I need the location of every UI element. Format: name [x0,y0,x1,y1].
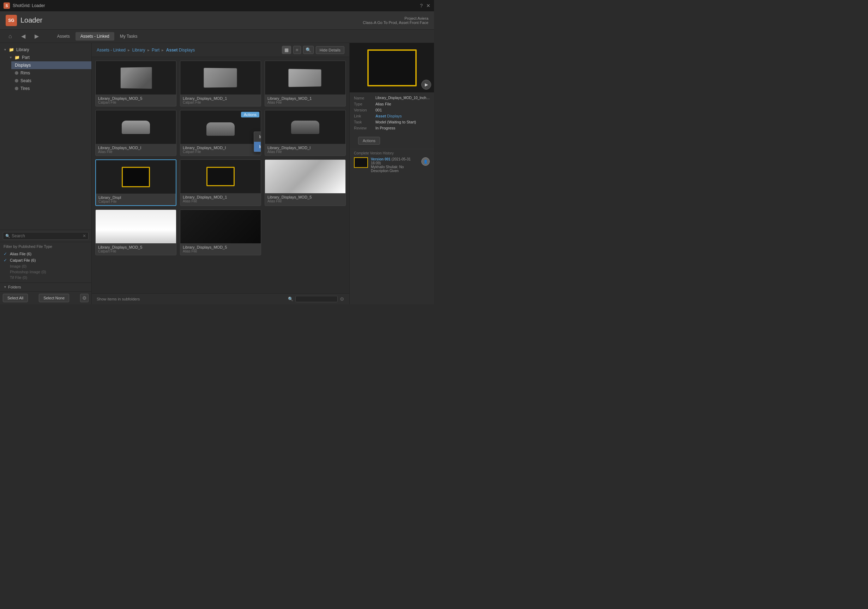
detail-actions-button[interactable]: Actions [358,137,380,145]
history-title: Complete Version History [354,151,430,155]
asset-name: Library_Displays_MOD_1 [183,195,258,199]
sidebar-label-part: Part [22,55,29,60]
filter-alias-file[interactable]: ✓ Alias File (6) [3,251,88,257]
context-menu-item-import-reference[interactable]: Import as Reference [254,142,261,151]
breadcrumb-part[interactable]: Part [152,48,160,53]
sidebar-bottom: Select All Select None ⚙ [0,291,91,304]
version-number: Version 001 [371,157,391,161]
context-menu-item-import-scene[interactable]: Import into Scene [254,132,261,142]
folders-section[interactable]: ▼ Folders [0,283,91,291]
grid-area: Library_Displays_MOD_5 Catpart File Libr… [92,57,349,294]
version-thumbnail [354,157,368,168]
list-item[interactable]: Library_Displays_MOD_5 Catpart File [95,61,177,107]
filter-image[interactable]: Image (0) [3,263,88,269]
actions-button[interactable]: Actions [241,112,259,117]
review-label: Review [354,126,373,130]
detail-info: Name Library_Displays_MOD_10_Inch_mo Typ… [350,93,434,135]
search-clear-icon[interactable]: ✕ [82,233,86,238]
list-item[interactable]: Library_Displays_MOD_I Alias File [265,110,346,156]
play-button[interactable]: ▶ [421,80,431,90]
project-info: Project Aviera Class-A Go To Prod, Asset… [363,16,428,25]
sidebar-gear-button[interactable]: ⚙ [80,294,88,302]
list-item[interactable]: Library_Displ Catpart File [95,159,177,206]
folders-arrow-icon: ▼ [3,285,7,289]
filter-photoshop[interactable]: Photoshop Image (0) [3,269,88,275]
footer-search-input[interactable] [295,296,338,302]
detail-large-thumbnail [367,49,417,87]
header-logo: SG [6,15,17,26]
sidebar: ▼ 📁 Library ▼ 📁 Part Displays Rims [0,43,92,304]
help-button[interactable]: ? [420,3,423,8]
version-history: Complete Version History Version 001 (20… [350,149,434,175]
sidebar-item-seats[interactable]: Seats [11,77,91,85]
tab-my-tasks[interactable]: My Tasks [115,32,143,40]
close-button[interactable]: ✕ [426,3,431,8]
sidebar-item-rims[interactable]: Rims [11,69,91,77]
list-item[interactable]: Library_Displays_MOD_5 Alias File [265,159,346,206]
context-menu: Import into Scene Import as Reference [254,131,261,152]
show-subfolders-label: Show items in subfolders [97,297,140,301]
tab-assets[interactable]: Assets [52,32,75,40]
list-item[interactable]: Library_Displays_MOD_I Alias File [95,110,177,156]
task-label: Task [354,120,373,124]
content-area: Assets - Linked ▸ Library ▸ Part ▸ Asset… [92,43,349,304]
sidebar-label-rims: Rims [20,71,30,76]
list-item[interactable]: Library_Displays_MOD_1 Alias File [180,159,261,206]
link-label: Link [354,114,373,118]
asset-thumbnail [265,110,346,144]
asset-type: Catpart File [98,199,173,204]
asset-info: Library_Displays_MOD_5 Catpart File [96,94,176,106]
home-button[interactable]: ⌂ [6,32,15,41]
select-none-button[interactable]: Select None [39,294,69,302]
gear-icon: ⚙ [82,295,87,301]
asset-name: Library_Displays_MOD_I [183,145,258,150]
sidebar-item-part[interactable]: ▼ 📁 Part [6,54,91,61]
back-button[interactable]: ◀ [19,31,28,41]
asset-type: Alias File [183,249,258,253]
link-value[interactable]: Asset Displays [375,114,402,118]
grid-view-button[interactable]: ▦ [282,46,291,54]
sidebar-item-tires[interactable]: Tires [11,85,91,93]
forward-button[interactable]: ▶ [32,31,42,41]
asset-info: Library_Displays_MOD_1 Alias File [265,94,346,106]
asset-info: Library_Displays_MOD_5 Alias File [180,243,261,255]
asset-type: Alias File [267,100,343,104]
footer-settings-icon[interactable]: ⚙ [340,296,344,302]
item-circle-tires [15,87,19,90]
asset-thumbnail [96,110,176,144]
hide-details-button[interactable]: Hide Details [316,46,344,54]
detail-version-row: Version 001 [354,108,430,112]
search-icon: 🔍 [5,234,10,238]
sidebar-label-seats: Seats [20,78,31,83]
list-item[interactable]: Library_Displays_MOD_1 Alias File [265,61,346,107]
select-all-button[interactable]: Select All [3,294,28,302]
content-header: Assets - Linked ▸ Library ▸ Part ▸ Asset… [92,43,349,57]
list-view-button[interactable]: ≡ [293,46,301,54]
list-item[interactable]: Actions Library_Displays_MOD_I Catpart F… [180,110,261,156]
filter-catpart-file[interactable]: ✓ Catpart File (6) [3,257,88,263]
list-item[interactable]: Library_Displays_MOD_1 Catpart File [180,61,261,107]
search-filter-button[interactable]: 🔍 [303,46,314,54]
sidebar-tree: ▼ 📁 Library ▼ 📁 Part Displays Rims [0,43,91,230]
sidebar-item-library[interactable]: ▼ 📁 Library [0,46,91,54]
breadcrumb-assets-linked[interactable]: Assets - Linked [97,48,126,53]
folders-title[interactable]: ▼ Folders [3,285,88,289]
asset-info: Library_Displays_MOD_5 Catpart File [96,243,176,255]
header: SG Loader Project Aviera Class-A Go To P… [0,11,434,29]
list-item[interactable]: Library_Displays_MOD_5 Alias File [180,209,261,255]
version-value: 001 [375,108,382,112]
list-item[interactable]: Library_Displays_MOD_5 Catpart File [95,209,177,255]
title-bar-left: S ShotGrid: Loader [3,3,45,9]
tab-assets-linked[interactable]: Assets - Linked [76,32,114,40]
asset-type: Alias File [183,199,258,203]
title-bar-controls: ? ✕ [420,3,431,8]
search-input[interactable] [12,233,82,238]
version-description: Mykhailo Shuliak: No Description Given [371,165,418,173]
breadcrumb-asset[interactable]: Asset Displays [166,48,195,53]
breadcrumb-library[interactable]: Library [132,48,146,53]
filter-tif[interactable]: Tif File (0) [3,275,88,280]
breadcrumb-sep-2: ▸ [147,48,151,53]
asset-name: Library_Displays_MOD_I [267,145,343,150]
sidebar-item-displays[interactable]: Displays [11,61,91,69]
asset-type: Catpart File [183,100,258,104]
